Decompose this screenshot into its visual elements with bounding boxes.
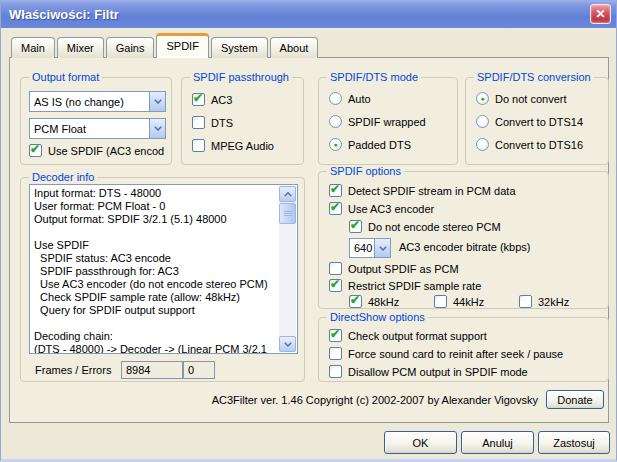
combo-value: AS IS (no change) xyxy=(30,96,149,108)
checkbox-box xyxy=(192,139,205,152)
titlebar[interactable]: Właściwości: Filtr ✕ xyxy=(1,0,616,28)
checkbox-use-ac3-encoder[interactable]: ✔ Use AC3 encoder xyxy=(329,202,434,215)
close-button[interactable]: ✕ xyxy=(590,4,611,24)
checkbox-mpeg-audio[interactable]: MPEG Audio xyxy=(192,139,274,152)
radio-circle: ● xyxy=(476,92,489,105)
decoder-line: User format: PCM Float - 0 xyxy=(34,200,277,213)
directshow-options-group: DirectShow options ✔ Check output format… xyxy=(318,317,609,382)
checkbox-label: Do not encode stereo PCM xyxy=(368,221,501,233)
spdif-dts-mode-group: SPDIF/DTS mode Auto SPDIF wrapped ● Padd… xyxy=(318,77,458,165)
combo-value: PCM Float xyxy=(30,123,149,135)
properties-dialog: Właściwości: Filtr ✕ Main Mixer Gains SP… xyxy=(0,0,617,462)
checkbox-box xyxy=(329,347,342,360)
radio-do-not-convert[interactable]: ● Do not convert xyxy=(476,92,567,105)
window-title: Właściwości: Filtr xyxy=(9,7,119,22)
bitrate-label: AC3 encoder bitrate (kbps) xyxy=(399,241,530,253)
decoder-line: Query for SPDIF output support xyxy=(34,304,277,317)
donate-button[interactable]: Donate xyxy=(546,390,604,409)
spdif-dts-conversion-group: SPDIF/DTS conversion ● Do not convert Co… xyxy=(465,77,609,165)
tab-main[interactable]: Main xyxy=(11,37,55,58)
checkbox-ac3[interactable]: ✔ AC3 xyxy=(192,93,232,106)
directshow-options-group-title: DirectShow options xyxy=(327,311,428,323)
decoder-line: SPDIF passthrough for: AC3 xyxy=(34,265,277,278)
decoder-info-text: Input format: DTS - 48000 User format: P… xyxy=(34,187,277,354)
checkbox-rate-32khz[interactable]: 32kHz xyxy=(519,295,569,308)
radio-convert-dts14[interactable]: Convert to DTS14 xyxy=(476,115,583,128)
scroll-up-button[interactable] xyxy=(279,186,296,202)
decoder-info-group: Decoder info Input format: DTS - 48000 U… xyxy=(20,177,305,382)
decoder-line: Use SPDIF xyxy=(34,239,277,252)
checkbox-restrict-sample-rate[interactable]: ✔ Restrict SPDIF sample rate xyxy=(329,279,481,292)
scroll-thumb[interactable] xyxy=(279,203,296,224)
checkbox-label: DTS xyxy=(211,117,233,129)
ok-button[interactable]: OK xyxy=(384,431,457,454)
spdif-dts-mode-group-title: SPDIF/DTS mode xyxy=(327,71,421,83)
cancel-button[interactable]: Anuluj xyxy=(461,431,534,454)
checkbox-label: Restrict SPDIF sample rate xyxy=(348,280,481,292)
checkbox-rate-48khz[interactable]: ✔ 48kHz xyxy=(349,295,399,308)
scroll-thumb-grip xyxy=(284,211,292,217)
chevron-down-icon xyxy=(374,239,390,257)
checkbox-label: Disallow PCM output in SPDIF mode xyxy=(348,366,528,378)
decoder-info-box: Input format: DTS - 48000 User format: P… xyxy=(29,184,298,354)
checkbox-box: ✔ xyxy=(349,220,362,233)
checkbox-no-stereo-pcm[interactable]: ✔ Do not encode stereo PCM xyxy=(349,220,501,233)
checkbox-dts[interactable]: DTS xyxy=(192,116,233,129)
combo-value: 640 xyxy=(350,242,374,254)
radio-label: Convert to DTS14 xyxy=(495,116,583,128)
checkbox-output-spdif-pcm[interactable]: Output SPDIF as PCM xyxy=(329,262,459,275)
checkbox-label: Check output format support xyxy=(348,330,487,342)
checkbox-box: ✔ xyxy=(29,144,42,157)
radio-circle: ● xyxy=(329,138,342,151)
check-mark: ✔ xyxy=(30,144,40,156)
checkbox-rate-44khz[interactable]: 44kHz xyxy=(434,295,484,308)
pcm-format-select[interactable]: PCM Float xyxy=(29,118,166,139)
checkbox-box xyxy=(192,116,205,129)
tab-system[interactable]: System xyxy=(211,37,268,58)
radio-dot: ● xyxy=(333,141,337,148)
output-format-select[interactable]: AS IS (no change) xyxy=(29,91,166,112)
spdif-options-group-title: SPDIF options xyxy=(327,165,404,177)
close-icon: ✕ xyxy=(595,7,605,21)
output-format-group-title: Output format xyxy=(29,71,102,83)
chevron-down-icon xyxy=(149,92,165,111)
checkbox-label: Output SPDIF as PCM xyxy=(348,263,459,275)
checkbox-label: 48kHz xyxy=(368,296,399,308)
checkbox-check-output-format[interactable]: ✔ Check output format support xyxy=(329,329,487,342)
radio-convert-dts16[interactable]: Convert to DTS16 xyxy=(476,138,583,151)
radio-auto[interactable]: Auto xyxy=(329,92,371,105)
radio-spdif-wrapped[interactable]: SPDIF wrapped xyxy=(329,115,426,128)
check-mark: ✔ xyxy=(350,293,360,307)
chevron-down-icon xyxy=(149,119,165,138)
radio-label: Padded DTS xyxy=(348,139,411,151)
check-mark: ✔ xyxy=(330,277,340,291)
decoder-line: SPDIF status: AC3 encode xyxy=(34,252,277,265)
errors-value-field: 0 xyxy=(183,361,215,379)
checkbox-label: Detect SPDIF stream in PCM data xyxy=(348,185,516,197)
checkbox-box: ✔ xyxy=(349,295,362,308)
checkbox-disallow-pcm[interactable]: Disallow PCM output in SPDIF mode xyxy=(329,365,528,378)
radio-label: Auto xyxy=(348,93,371,105)
checkbox-force-reinit[interactable]: Force sound card to reinit after seek / … xyxy=(329,347,563,360)
radio-circle xyxy=(329,92,342,105)
bitrate-select[interactable]: 640 xyxy=(349,238,391,258)
checkbox-box xyxy=(329,365,342,378)
checkbox-box xyxy=(434,295,447,308)
version-text: AC3Filter ver. 1.46 Copyright (c) 2002-2… xyxy=(130,391,538,410)
checkbox-detect-spdif-stream[interactable]: ✔ Detect SPDIF stream in PCM data xyxy=(329,184,516,197)
scroll-down-button[interactable] xyxy=(279,336,296,352)
checkbox-label: 44kHz xyxy=(453,296,484,308)
decoder-line: (DTS - 48000) -> Decoder -> (Linear PCM … xyxy=(34,343,277,354)
check-mark: ✔ xyxy=(330,327,340,341)
tab-spdif[interactable]: SPDIF xyxy=(156,33,208,58)
checkbox-use-spdif[interactable]: ✔ Use SPDIF (AC3 encod xyxy=(29,144,169,157)
tab-about[interactable]: About xyxy=(270,37,319,58)
decoder-info-group-title: Decoder info xyxy=(29,171,97,183)
tab-gains[interactable]: Gains xyxy=(106,37,155,58)
apply-button[interactable]: Zastosuj xyxy=(538,431,610,454)
check-mark: ✔ xyxy=(193,91,203,105)
decoder-line xyxy=(34,226,277,239)
tab-mixer[interactable]: Mixer xyxy=(57,37,104,58)
spdif-passthrough-group: SPDIF passthrough ✔ AC3 DTS MPEG Audio xyxy=(181,77,304,165)
radio-padded-dts[interactable]: ● Padded DTS xyxy=(329,138,411,151)
